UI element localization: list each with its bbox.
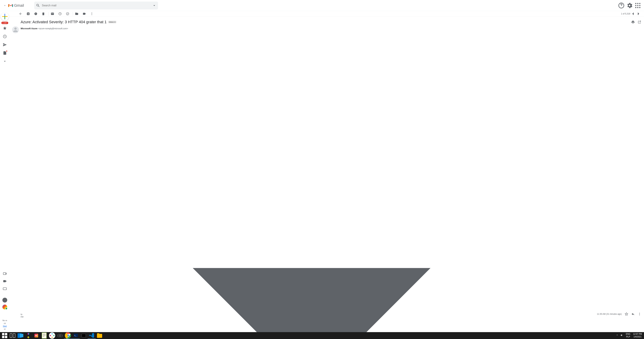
drafts-icon[interactable]: [3, 51, 7, 55]
sender-avatar[interactable]: [12, 26, 19, 33]
support-icon[interactable]: [618, 2, 625, 9]
svg-point-16: [92, 13, 92, 13]
hangouts-icon[interactable]: [2, 298, 7, 302]
gmail-logo[interactable]: Gmail: [8, 3, 24, 8]
chat-hint: No re ch Start or: [2, 319, 7, 330]
snoozed-icon[interactable]: [3, 35, 7, 39]
apps-icon[interactable]: [634, 2, 641, 9]
starred-icon[interactable]: [3, 26, 7, 30]
expand-icon[interactable]: [3, 59, 7, 63]
inbox-chip[interactable]: Inbox✕: [108, 21, 116, 23]
svg-point-15: [66, 13, 69, 15]
svg-point-19: [14, 28, 16, 30]
svg-rect-13: [3, 288, 6, 290]
reply-icon[interactable]: [631, 312, 635, 316]
email-more-icon[interactable]: [638, 312, 641, 316]
svg-point-17: [92, 14, 92, 14]
svg-point-22: [639, 315, 640, 315]
star-icon[interactable]: [625, 312, 628, 316]
next-email-icon[interactable]: [636, 11, 641, 17]
compose-button[interactable]: [1, 13, 9, 21]
search-icon[interactable]: [36, 4, 40, 8]
prev-email-icon[interactable]: [630, 11, 636, 17]
new-window-icon[interactable]: [638, 20, 641, 24]
email-subject: Azure: Activated Severity: 3 HTTP 404 gr…: [21, 20, 106, 24]
svg-point-7: [635, 7, 636, 8]
labels-icon[interactable]: [82, 12, 86, 16]
meet-new-icon[interactable]: [3, 271, 7, 276]
sidebar: 2,257 No re ch Start or: [0, 11, 10, 332]
svg-rect-11: [3, 273, 6, 275]
svg-point-20: [639, 313, 640, 313]
keyboard-icon[interactable]: [3, 287, 7, 291]
mark-unread-icon[interactable]: [51, 12, 54, 16]
svg-point-2: [637, 3, 638, 4]
profile-avatar[interactable]: [2, 304, 7, 309]
search-options-icon[interactable]: [152, 4, 156, 8]
gmail-text: Gmail: [14, 3, 24, 8]
svg-point-6: [639, 5, 640, 6]
svg-point-8: [637, 7, 638, 8]
search-input[interactable]: [40, 4, 152, 7]
main-menu-icon[interactable]: [3, 4, 7, 8]
gmail-header: Gmail: [0, 0, 644, 11]
svg-point-1: [635, 3, 636, 4]
add-task-icon[interactable]: [66, 12, 69, 16]
subject-row: Azure: Activated Severity: 3 HTTP 404 gr…: [10, 17, 644, 26]
snooze-icon[interactable]: [58, 12, 62, 16]
svg-point-4: [635, 5, 636, 6]
svg-point-3: [639, 3, 640, 4]
svg-point-9: [639, 7, 640, 8]
email-toolbar: 1 of 5,319: [10, 11, 644, 17]
more-icon[interactable]: [90, 12, 94, 16]
sender-row: Microsoft Azure <azure-noreply@microsoft…: [10, 26, 644, 332]
delete-icon[interactable]: [42, 12, 45, 16]
pagination-text: 1 of 5,319: [621, 13, 630, 15]
spam-icon[interactable]: [34, 12, 38, 16]
inbox-badge: 2,257: [2, 22, 8, 24]
print-icon[interactable]: [631, 20, 635, 24]
content-area: 1 of 5,319 Azure: Activated Severity: 3 …: [10, 11, 644, 332]
sent-icon[interactable]: [3, 43, 7, 47]
settings-icon[interactable]: [626, 2, 633, 9]
svg-point-21: [639, 314, 640, 314]
email-timestamp: 11:35 AM (31 minutes ago): [597, 313, 622, 315]
search-bar[interactable]: [34, 2, 158, 10]
sender-name: Microsoft Azure: [21, 27, 38, 30]
svg-rect-12: [3, 280, 6, 282]
svg-point-5: [637, 5, 638, 6]
sender-email: <azure-noreply@microsoft.com>: [38, 27, 68, 30]
move-icon[interactable]: [75, 12, 78, 16]
archive-icon[interactable]: [26, 12, 30, 16]
to-line[interactable]: to me: [21, 30, 597, 332]
back-icon[interactable]: [19, 12, 22, 16]
meet-join-icon[interactable]: [3, 279, 7, 283]
svg-point-18: [92, 15, 92, 15]
